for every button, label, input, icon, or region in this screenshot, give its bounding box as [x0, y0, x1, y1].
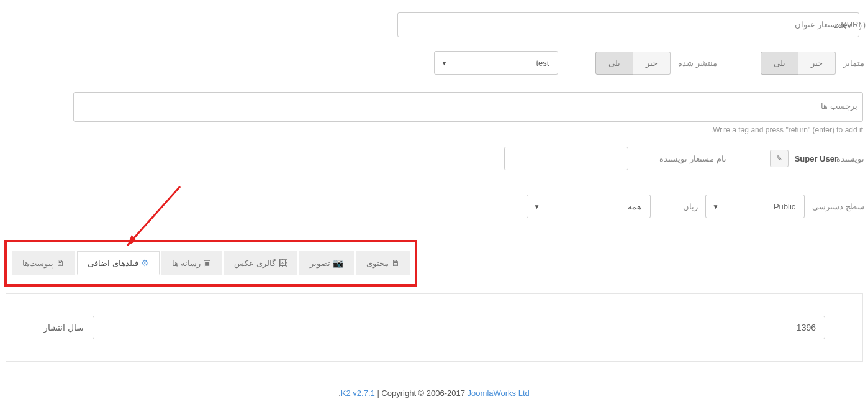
- chevron-down-icon: ▼: [533, 203, 540, 210]
- title-alias-label-outside: مستعار عنوان (URL): [795, 20, 866, 29]
- document-icon: 🗎: [391, 258, 400, 268]
- published-label: منتشر شده: [678, 58, 717, 68]
- year-input[interactable]: [93, 316, 825, 339]
- media-tab-label: رسانه ها: [172, 259, 201, 268]
- category-select[interactable]: test ▼: [434, 51, 558, 75]
- footer-joomlaworks-link[interactable]: JoomlaWorks Ltd: [468, 388, 530, 398]
- featured-label: متمایز: [843, 58, 864, 68]
- title-alias-input[interactable]: [397, 12, 859, 37]
- tags-input[interactable]: برچسب ها: [73, 92, 863, 122]
- category-selected: test: [536, 58, 549, 68]
- author-value: Super User: [795, 154, 838, 163]
- footer: .K2 v2.7.1 | Copyright © 2006-2017 Jooml…: [0, 388, 868, 398]
- tab-image[interactable]: تصویر 📷: [299, 251, 354, 275]
- camera-icon: 📷: [333, 258, 343, 268]
- extra-fields-panel: سال انتشار: [6, 293, 863, 362]
- chevron-down-icon: ▼: [712, 203, 718, 210]
- published-yes-button[interactable]: بلی: [595, 52, 633, 75]
- extra-tab-label: فیلدهای اضافی: [88, 259, 138, 268]
- tab-extra-fields[interactable]: فیلدهای اضافی ⚙: [77, 251, 160, 275]
- tab-content[interactable]: محتوی 🗎: [356, 251, 410, 275]
- file-icon: 🗎: [56, 258, 65, 268]
- access-label: سطح دسترسی: [812, 202, 864, 211]
- language-label: زبان: [683, 202, 698, 211]
- featured-no-button[interactable]: خیر: [798, 52, 836, 75]
- svg-line-0: [127, 186, 180, 246]
- author-alias-input[interactable]: [504, 147, 628, 170]
- gear-icon: ⚙: [141, 258, 149, 268]
- content-tab-label: محتوی: [366, 259, 389, 268]
- tab-attachments[interactable]: پیوست‌ها 🗎: [12, 251, 75, 275]
- year-label: سال انتشار: [43, 323, 84, 333]
- footer-k2-link[interactable]: K2 v2.7.1: [341, 388, 375, 398]
- language-selected: همه: [628, 202, 641, 211]
- language-select[interactable]: همه ▼: [527, 195, 651, 218]
- featured-yes-button[interactable]: بلی: [761, 52, 798, 75]
- author-label: نویسنده: [836, 154, 864, 163]
- tab-gallery[interactable]: گالری عکس 🖾: [224, 251, 297, 275]
- image-tab-label: تصویر: [310, 259, 330, 268]
- footer-copy: | Copyright © 2006-2017: [375, 388, 468, 398]
- edit-author-button[interactable]: ✎: [770, 150, 789, 167]
- image-icon: 🖾: [278, 258, 287, 268]
- media-icon: ▣: [203, 258, 211, 268]
- published-no-button[interactable]: خیر: [633, 52, 671, 75]
- access-selected: Public: [774, 202, 795, 211]
- author-alias-label: نام مستعار نویسنده: [659, 154, 726, 163]
- attachments-tab-label: پیوست‌ها: [22, 259, 53, 268]
- tabs-bar: پیوست‌ها 🗎 فیلدهای اضافی ⚙ رسانه ها ▣ گا…: [7, 242, 415, 275]
- tags-help-text: .Write a tag and press "return" (enter) …: [0, 126, 863, 134]
- pencil-icon: ✎: [776, 154, 782, 163]
- tags-label: برچسب ها: [821, 101, 857, 111]
- access-select[interactable]: Public ▼: [705, 195, 805, 218]
- tab-media[interactable]: رسانه ها ▣: [161, 251, 222, 275]
- gallery-tab-label: گالری عکس: [234, 259, 276, 268]
- chevron-down-icon: ▼: [441, 60, 447, 67]
- tabs-highlight-box: پیوست‌ها 🗎 فیلدهای اضافی ⚙ رسانه ها ▣ گا…: [4, 240, 417, 287]
